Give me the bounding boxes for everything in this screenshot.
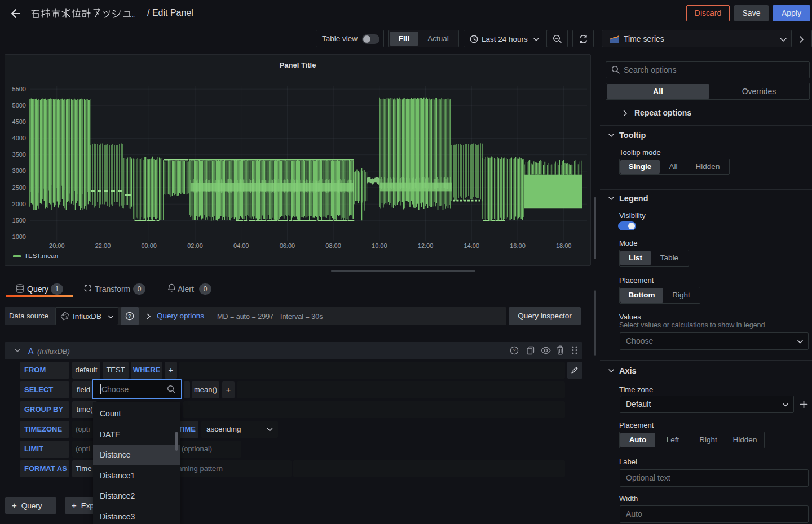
svg-text:?: ?: [513, 347, 515, 353]
svg-text:...: ...: [131, 9, 135, 19]
svg-text:?: ?: [128, 313, 131, 319]
